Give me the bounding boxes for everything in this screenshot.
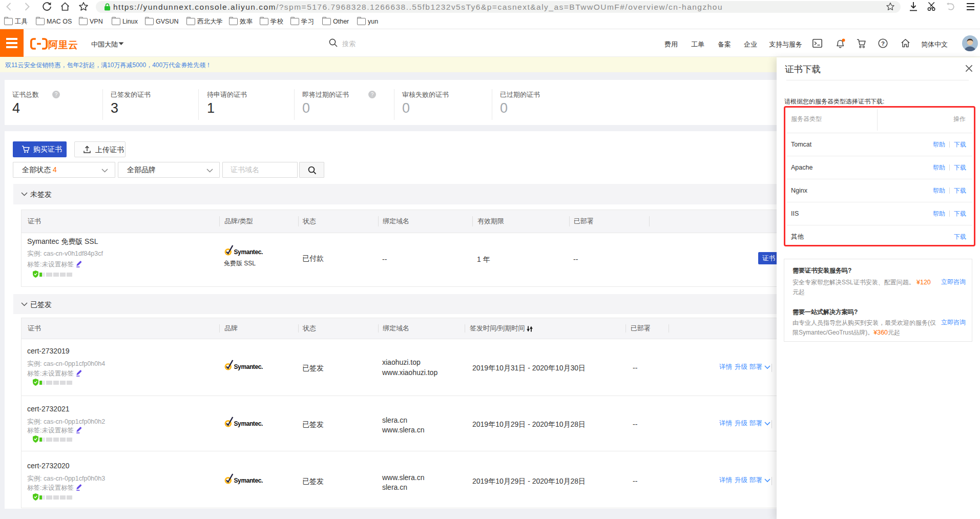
svg-text:Symantec.: Symantec.: [234, 477, 263, 484]
svg-text:Symantec.: Symantec.: [234, 420, 263, 427]
svg-text:Symantec.: Symantec.: [234, 363, 263, 370]
svg-text:Symantec.: Symantec.: [234, 248, 263, 256]
svg-text:?: ?: [881, 40, 885, 47]
